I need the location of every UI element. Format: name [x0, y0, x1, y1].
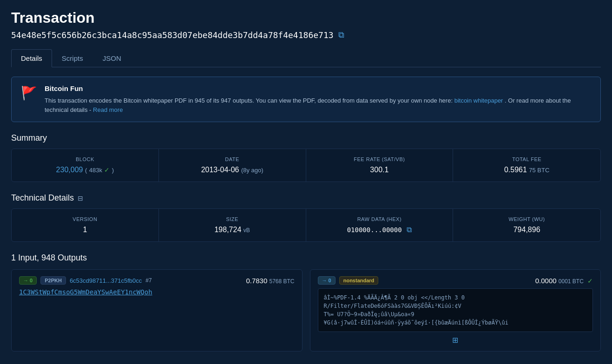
output-data-box: âÌ~%PDF-1.4 %ÄÃÄ¿Â¶Ã 2 0 obj <</Length 3…	[318, 288, 593, 332]
output-data-line1: âÌ~%PDF-1.4 %ÄÃÄ¿Â¶Ã 2 0 obj <</Length 3…	[324, 293, 587, 310]
collapse-icon[interactable]: ⊟	[78, 195, 83, 202]
raw-data-value: 010000...00000 ⧉	[316, 226, 444, 234]
tech-weight: WEIGHT (wu) 794,896	[453, 209, 600, 241]
fee-rate-value: 300.1	[316, 166, 444, 174]
block-number[interactable]: 230,009	[56, 166, 83, 174]
weight-value: 794,896	[462, 226, 591, 234]
input-tx-ref[interactable]: 6c53cd98711...371c5fb0cc	[70, 277, 142, 284]
summary-total-fee: TOTAL FEE 0.5961 75 BTC	[453, 149, 600, 182]
input-tx-index: #7	[145, 277, 151, 284]
block-confirmations: 483k	[89, 167, 102, 174]
summary-box: BLOCK 230,009 ( 483k ✓ ) DATE 2013-04-06…	[11, 149, 601, 182]
io-title: 1 Input, 948 Outputs	[11, 253, 601, 263]
input-index-badge: → 0	[19, 276, 37, 285]
io-row: → 0 P2PKH 6c53cd98711...371c5fb0cc #7 0.…	[11, 269, 601, 351]
banner-description: This transaction encodes the Bitcoin whi…	[45, 96, 591, 114]
version-label: VERSION	[21, 216, 149, 222]
whitepaper-link[interactable]: bitcoin whitepaper	[454, 97, 503, 104]
total-fee-label: TOTAL FEE	[462, 156, 591, 162]
tech-version: VERSION 1	[12, 209, 159, 241]
tech-size: SIZE 198,724 vB	[159, 209, 306, 241]
tab-details[interactable]: Details	[11, 49, 52, 67]
output-data-line2: T%= U7?Ö~9»ÐaðÎę;ûâ\Uµ&oa«9 ¥G(â·j7wûÎ·È…	[324, 310, 587, 327]
input-address[interactable]: 1C3WStWpfCmsoG5WmDeaYSwAeEY1ncWQoh	[19, 288, 295, 296]
output-amount: 0.0000 0001 BTC ✓	[535, 277, 593, 285]
summary-block: BLOCK 230,009 ( 483k ✓ )	[12, 149, 159, 182]
tx-hash: 54e48e5f5c656b26c3bca14a8c95aa583d07ebe8…	[11, 30, 334, 40]
input-panel: → 0 P2PKH 6c53cd98711...371c5fb0cc #7 0.…	[11, 269, 303, 351]
expand-button[interactable]: ⊞	[318, 336, 593, 344]
block-value: 230,009 ( 483k ✓ )	[21, 166, 149, 174]
output-type-badge: nonstandard	[339, 276, 379, 285]
fun-banner-text: Bitcoin Fun This transaction encodes the…	[45, 84, 591, 114]
banner-title: Bitcoin Fun	[45, 84, 591, 92]
tab-json[interactable]: JSON	[93, 49, 131, 67]
output-panel: → 0 nonstandard 0.0000 0001 BTC ✓ âÌ~%PD…	[310, 269, 601, 351]
technical-grid: VERSION 1 SIZE 198,724 vB RAW DATA (hex)…	[12, 209, 600, 241]
total-fee-value: 0.5961 75 BTC	[462, 166, 591, 174]
summary-grid: BLOCK 230,009 ( 483k ✓ ) DATE 2013-04-06…	[12, 149, 600, 182]
version-value: 1	[21, 226, 149, 234]
summary-section-title: Summary	[11, 133, 601, 143]
raw-data-label: RAW DATA (hex)	[316, 216, 444, 222]
tab-scripts[interactable]: Scripts	[52, 49, 93, 67]
confirm-icon: ✓	[104, 166, 110, 174]
size-label: SIZE	[168, 216, 296, 222]
size-value: 198,724 vB	[168, 226, 296, 234]
input-amount: 0.7830 5768 BTC	[246, 277, 294, 285]
flag-icon: 🚩	[21, 85, 37, 101]
date-value: 2013-04-06 (8y ago)	[168, 166, 296, 174]
read-more-link[interactable]: Read more	[93, 106, 123, 113]
tx-hash-row: 54e48e5f5c656b26c3bca14a8c95aa583d07ebe8…	[11, 30, 601, 40]
tabs: Details Scripts JSON	[11, 49, 601, 67]
summary-fee-rate: FEE RATE (sat/vB) 300.1	[306, 149, 454, 182]
weight-label: WEIGHT (wu)	[462, 216, 591, 222]
fun-banner: 🚩 Bitcoin Fun This transaction encodes t…	[11, 77, 601, 122]
block-label: BLOCK	[21, 156, 149, 162]
copy-icon[interactable]: ⧉	[338, 30, 344, 40]
input-header: → 0 P2PKH 6c53cd98711...371c5fb0cc #7 0.…	[19, 276, 295, 285]
output-index-badge: → 0	[318, 276, 336, 285]
fee-rate-label: FEE RATE (sat/vB)	[316, 156, 444, 162]
technical-section-title: Technical Details ⊟	[11, 193, 601, 203]
raw-data-copy-icon[interactable]: ⧉	[407, 226, 412, 234]
output-check-icon: ✓	[587, 277, 593, 285]
technical-box: VERSION 1 SIZE 198,724 vB RAW DATA (hex)…	[11, 208, 601, 242]
page-title: Transaction	[11, 9, 601, 26]
output-header: → 0 nonstandard 0.0000 0001 BTC ✓	[318, 276, 593, 285]
summary-date: DATE 2013-04-06 (8y ago)	[159, 149, 306, 182]
date-label: DATE	[168, 156, 296, 162]
expand-icon[interactable]: ⊞	[452, 336, 458, 344]
input-type-badge: P2PKH	[40, 276, 66, 285]
block-sub: (	[85, 167, 87, 174]
tech-raw-data: RAW DATA (hex) 010000...00000 ⧉	[306, 209, 454, 241]
